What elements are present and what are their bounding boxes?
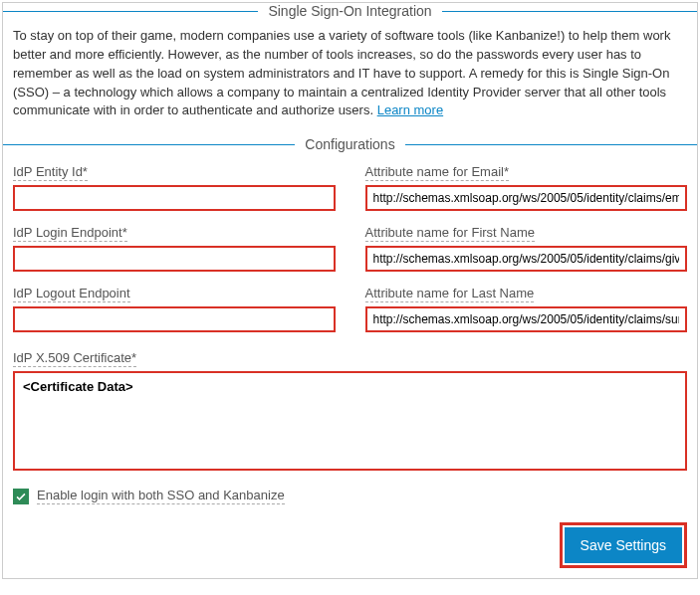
input-idp-login[interactable] [13, 246, 336, 272]
config-title: Configurations [295, 136, 404, 152]
sso-section-header: Single Sign-On Integration [3, 3, 697, 19]
label-attr-last: Attribute name for Last Name [365, 286, 535, 302]
sso-title: Single Sign-On Integration [258, 3, 441, 19]
field-attr-first: Attribute name for First Name [365, 225, 688, 272]
label-idp-entity-id: IdP Entity Id* [13, 164, 88, 181]
enable-both-label: Enable login with both SSO and Kanbanize [37, 488, 285, 504]
sso-integration-panel: Single Sign-On Integration To stay on to… [2, 2, 698, 579]
input-attr-last[interactable] [365, 306, 688, 332]
check-icon [15, 491, 27, 502]
input-cert[interactable] [13, 371, 687, 471]
divider-line [405, 144, 697, 145]
divider-line [442, 11, 697, 12]
left-column: IdP Entity Id* IdP Login Endpoint* IdP L… [13, 164, 336, 346]
button-row: Save Settings [13, 522, 687, 568]
save-settings-button[interactable]: Save Settings [565, 527, 682, 563]
label-cert: IdP X.509 Certificate* [13, 350, 136, 367]
config-columns: IdP Entity Id* IdP Login Endpoint* IdP L… [13, 164, 687, 346]
config-section-header: Configurations [3, 136, 697, 152]
field-attr-last: Attribute name for Last Name [365, 286, 688, 332]
enable-both-row: Enable login with both SSO and Kanbanize [13, 488, 687, 504]
field-idp-entity-id: IdP Entity Id* [13, 164, 336, 211]
input-attr-first[interactable] [365, 246, 688, 272]
input-attr-email[interactable] [365, 185, 688, 211]
input-idp-logout[interactable] [13, 306, 336, 332]
input-idp-entity-id[interactable] [13, 185, 336, 211]
field-idp-login: IdP Login Endpoint* [13, 225, 336, 272]
divider-line [3, 11, 258, 12]
enable-both-checkbox[interactable] [13, 489, 29, 504]
right-column: Attribute name for Email* Attribute name… [365, 164, 688, 346]
label-attr-first: Attribute name for First Name [365, 225, 536, 242]
sso-description: To stay on top of their game, modern com… [13, 19, 687, 126]
divider-line [3, 144, 295, 145]
save-highlight: Save Settings [560, 522, 687, 568]
learn-more-link[interactable]: Learn more [377, 102, 443, 117]
label-idp-login: IdP Login Endpoint* [13, 225, 127, 242]
field-cert: IdP X.509 Certificate* [13, 350, 687, 474]
label-idp-logout: IdP Logout Endpoint [13, 286, 130, 302]
field-attr-email: Attribute name for Email* [365, 164, 688, 211]
sso-description-text: To stay on top of their game, modern com… [13, 28, 670, 117]
field-idp-logout: IdP Logout Endpoint [13, 286, 336, 332]
label-attr-email: Attribute name for Email* [365, 164, 510, 181]
